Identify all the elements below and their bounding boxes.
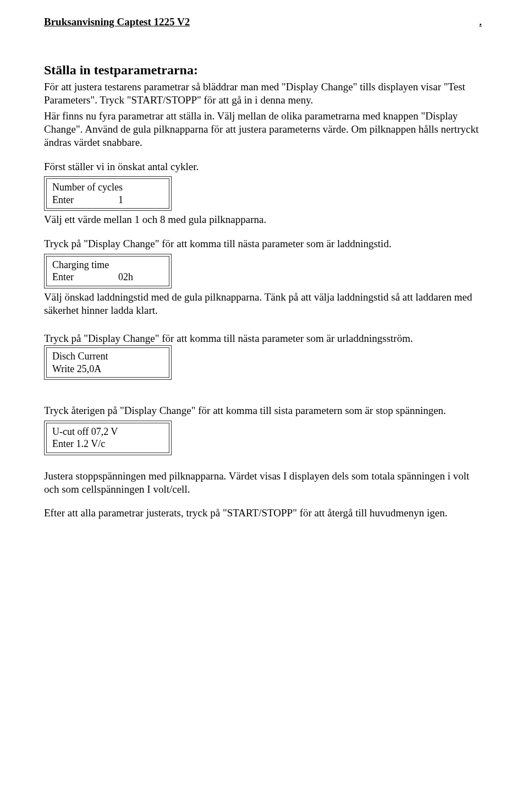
display-box-inner: Charging time Enter 02h xyxy=(46,256,169,286)
display-line-2-left: Enter xyxy=(52,194,118,206)
display-line-2-right: 02h xyxy=(118,271,133,284)
display-line-2-right: 1 xyxy=(118,194,123,206)
display-box-ucutoff: U-cut off 07,2 V Enter 1.2 V/c xyxy=(44,421,172,455)
page-header: Bruksanvisning Captest 1225 V2 . xyxy=(44,15,484,29)
display-line-1: Charging time xyxy=(52,259,163,271)
header-title: Bruksanvisning Captest 1225 V2 xyxy=(44,15,190,29)
display-box-inner: Number of cycles Enter 1 xyxy=(46,178,169,209)
display-box-charging: Charging time Enter 02h xyxy=(44,254,172,288)
display-line-2: Enter 02h xyxy=(52,271,163,284)
header-dot: . xyxy=(479,15,484,29)
display-line-1: Disch Current xyxy=(52,350,163,363)
paragraph-after-box2b: Tryck på "Display Change" för att komma … xyxy=(44,332,484,345)
display-line-2: Write 25,0A xyxy=(52,363,163,375)
paragraph-after-box1-a: Välj ett värde mellan 1 och 8 med gula p… xyxy=(44,213,484,226)
paragraph-intro-3: Först ställer vi in önskat antal cykler. xyxy=(44,160,484,173)
display-line-2: Enter 1.2 V/c xyxy=(52,438,163,450)
display-box-inner: Disch Current Write 25,0A xyxy=(46,347,169,378)
display-box-disch: Disch Current Write 25,0A xyxy=(44,345,172,380)
display-line-1: U-cut off 07,2 V xyxy=(52,426,163,438)
paragraph-after-box3: Tryck återigen på "Display Change" för a… xyxy=(44,404,484,417)
display-line-2: Enter 1 xyxy=(52,194,163,206)
display-line-1: Number of cycles xyxy=(52,181,163,194)
paragraph-intro-2: Här finns nu fyra parametrar att ställa … xyxy=(44,110,484,149)
paragraph-after-box1-b: Tryck på "Display Change" för att komma … xyxy=(44,237,484,250)
display-box-inner: U-cut off 07,2 V Enter 1.2 V/c xyxy=(46,423,169,453)
paragraph-after-box4-b: Efter att alla parametrar justerats, try… xyxy=(44,506,484,520)
display-box-cycles: Number of cycles Enter 1 xyxy=(44,176,172,211)
paragraph-after-box2: Välj önskad laddningstid med de gula pil… xyxy=(44,291,484,317)
paragraph-after-box4-a: Justera stoppspänningen med pilknapparna… xyxy=(44,470,484,496)
section-heading: Ställa in testparametrarna: xyxy=(44,62,484,78)
paragraph-intro-1: För att justera testarens parametrar så … xyxy=(44,80,484,107)
display-line-2-left: Enter xyxy=(52,271,118,284)
